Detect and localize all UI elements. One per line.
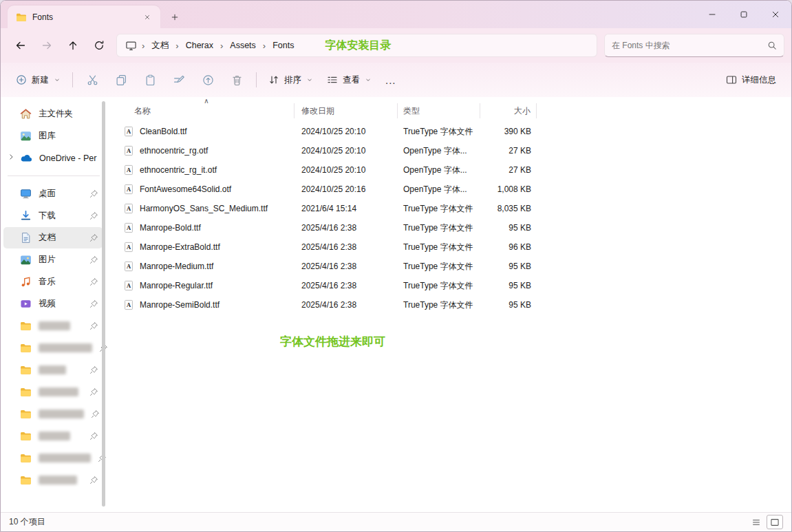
- pin-icon: [89, 255, 98, 264]
- file-name-cell: Aethnocentric_rg_it.otf: [119, 164, 295, 175]
- file-row[interactable]: AFontAwesome64Solid.otf2024/10/25 20:16O…: [119, 180, 791, 199]
- redacted-content: [20, 452, 91, 464]
- file-row[interactable]: Aethnocentric_rg_it.otf2024/10/25 20:10O…: [119, 160, 791, 180]
- file-type: OpenType 字体...: [398, 145, 480, 157]
- file-type: TrueType 字体文件: [398, 126, 480, 138]
- status-bar: 10 个项目: [1, 512, 791, 531]
- sidebar-item-desktop[interactable]: 桌面: [3, 183, 103, 204]
- column-header-size[interactable]: 大小: [480, 103, 537, 118]
- tab-fonts[interactable]: Fonts: [8, 6, 160, 28]
- redacted-label: [39, 343, 92, 352]
- file-type: OpenType 字体...: [398, 184, 480, 195]
- view-toggle-details[interactable]: [748, 515, 764, 529]
- file-list-header: 名称∧修改日期类型大小: [119, 100, 791, 122]
- file-explorer-window: Fonts: [0, 0, 792, 532]
- refresh-button[interactable]: [86, 33, 112, 58]
- back-button[interactable]: [8, 33, 34, 58]
- file-size: 96 KB: [480, 242, 537, 252]
- redacted-label: [39, 387, 78, 396]
- close-button[interactable]: [760, 1, 791, 28]
- view-toggle-large-icons[interactable]: [767, 515, 783, 529]
- sidebar-item-redacted[interactable]: [3, 469, 103, 491]
- redacted-label: [39, 365, 66, 374]
- sidebar: 主文件夹图库OneDrive - Per桌面下载文档图片音乐视频: [1, 97, 109, 512]
- column-header-name[interactable]: 名称∧: [119, 103, 295, 118]
- redacted-label: [39, 321, 70, 330]
- folder-icon: [20, 430, 32, 442]
- sidebar-item-label: 主文件夹: [39, 108, 98, 120]
- file-size: 95 KB: [480, 223, 537, 233]
- sidebar-item-redacted[interactable]: [3, 425, 103, 447]
- file-row[interactable]: AManrope-SemiBold.ttf2025/4/16 2:38TrueT…: [119, 295, 791, 315]
- font-file-icon: A: [123, 280, 134, 291]
- paste-button[interactable]: [136, 67, 164, 92]
- sort-button[interactable]: 排序: [261, 67, 320, 92]
- sidebar-item-gallery[interactable]: 图库: [3, 125, 103, 147]
- tab-close-button[interactable]: [140, 10, 155, 25]
- onedrive-icon: [20, 152, 32, 164]
- pin-icon: [89, 432, 98, 440]
- sidebar-item-videos[interactable]: 视频: [3, 293, 103, 315]
- pin-icon: [89, 233, 98, 242]
- sidebar-item-pictures[interactable]: 图片: [3, 249, 103, 270]
- file-name-cell: AManrope-Bold.ttf: [119, 222, 295, 233]
- breadcrumb-item[interactable]: Assets: [225, 38, 261, 53]
- file-row[interactable]: Aethnocentric_rg.otf2024/10/25 20:10Open…: [119, 141, 791, 160]
- file-name-cell: AManrope-Medium.ttf: [119, 261, 295, 272]
- new-button[interactable]: 新建: [9, 67, 67, 92]
- forward-button[interactable]: [34, 33, 60, 58]
- sidebar-item-redacted[interactable]: [3, 337, 103, 359]
- column-header-label: 大小: [514, 105, 531, 117]
- maximize-button[interactable]: [728, 1, 760, 28]
- breadcrumb: ›文档›Cherax›Assets›Fonts 字体安装目录: [116, 34, 597, 57]
- up-button[interactable]: [60, 33, 86, 58]
- file-size: 95 KB: [480, 300, 537, 310]
- sidebar-item-redacted[interactable]: [3, 381, 103, 403]
- file-size: 95 KB: [480, 262, 537, 271]
- rename-button[interactable]: [164, 67, 193, 92]
- sidebar-item-onedrive[interactable]: OneDrive - Per: [3, 147, 103, 169]
- sidebar-item-redacted[interactable]: [3, 447, 103, 469]
- file-list-body: ACleanBold.ttf2024/10/25 20:10TrueType 字…: [119, 122, 791, 315]
- breadcrumb-root[interactable]: [122, 39, 140, 53]
- new-tab-button[interactable]: [167, 10, 182, 25]
- sidebar-item-music[interactable]: 音乐: [3, 271, 103, 292]
- minimize-button[interactable]: [696, 1, 728, 28]
- font-file-icon: A: [123, 203, 134, 214]
- file-row[interactable]: ACleanBold.ttf2024/10/25 20:10TrueType 字…: [119, 122, 791, 141]
- sidebar-item-home[interactable]: 主文件夹: [3, 103, 103, 125]
- column-header-type[interactable]: 类型: [398, 103, 480, 118]
- more-button[interactable]: ...: [378, 67, 403, 92]
- cut-button[interactable]: [78, 67, 107, 92]
- breadcrumb-item[interactable]: 文档: [147, 37, 173, 54]
- breadcrumb-item[interactable]: Cherax: [181, 38, 218, 53]
- view-button[interactable]: 查看: [320, 67, 378, 92]
- file-type: TrueType 字体文件: [398, 261, 480, 273]
- sidebar-item-redacted[interactable]: [3, 403, 103, 425]
- font-file-icon: A: [123, 242, 134, 253]
- column-header-date[interactable]: 修改日期: [295, 103, 398, 118]
- file-row[interactable]: AManrope-Bold.ttf2025/4/16 2:38TrueType …: [119, 218, 791, 237]
- sidebar-scrollbar[interactable]: [102, 101, 105, 507]
- sidebar-item-redacted[interactable]: [3, 359, 103, 381]
- sort-icon: [268, 74, 279, 85]
- breadcrumb-separator-icon: ›: [261, 41, 268, 51]
- file-row[interactable]: AManrope-Medium.ttf2025/4/16 2:38TrueTyp…: [119, 257, 791, 276]
- copy-button[interactable]: [107, 67, 136, 92]
- search-box: [604, 34, 784, 57]
- file-row[interactable]: AManrope-Regular.ttf2025/4/16 2:38TrueTy…: [119, 276, 791, 295]
- delete-button[interactable]: [222, 67, 251, 92]
- search-icon: [767, 41, 777, 50]
- file-row[interactable]: AManrope-ExtraBold.ttf2025/4/16 2:38True…: [119, 237, 791, 257]
- search-input[interactable]: [612, 41, 767, 50]
- details-pane-button[interactable]: 详细信息: [719, 67, 783, 92]
- sidebar-item-download[interactable]: 下载: [3, 205, 103, 226]
- share-button[interactable]: [193, 67, 222, 92]
- file-row[interactable]: AHarmonyOS_Sans_SC_Medium.ttf2021/6/4 15…: [119, 199, 791, 218]
- breadcrumb-item[interactable]: Fonts: [268, 38, 299, 53]
- chevron-down-icon: [306, 76, 313, 83]
- sidebar-item-redacted[interactable]: [3, 315, 103, 337]
- file-modified: 2025/4/16 2:38: [295, 262, 398, 271]
- sidebar-item-label: 视频: [39, 298, 83, 310]
- sidebar-item-documents[interactable]: 文档: [3, 227, 103, 248]
